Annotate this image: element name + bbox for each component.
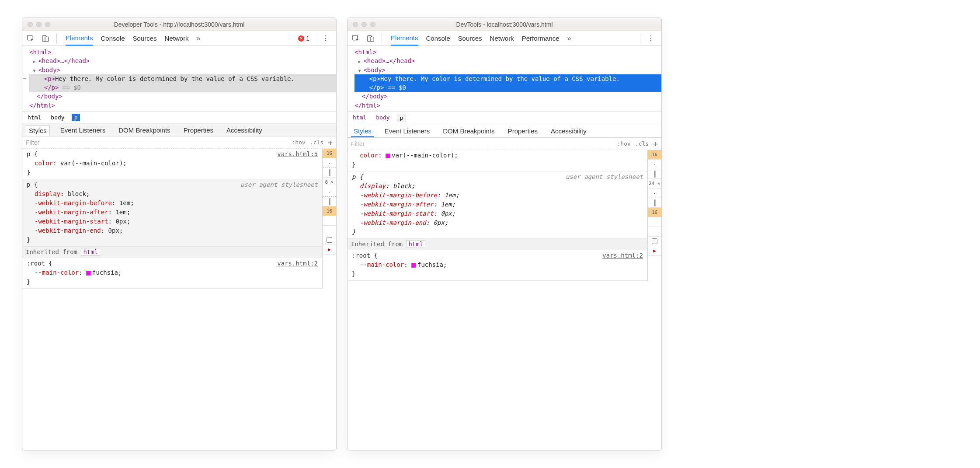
crumb-body[interactable]: body (48, 114, 67, 121)
crumb-html[interactable]: html (350, 114, 369, 122)
selected-node[interactable]: ⋯ <p>Hey there. My color is determined b… (354, 74, 661, 92)
side-val: - (648, 160, 661, 169)
panel-tabs: Elements Console Sources Network » (62, 31, 295, 46)
traffic-lights[interactable] (22, 22, 50, 27)
subtab-accessibility[interactable]: Accessibility (548, 126, 589, 137)
rule-source-link[interactable]: vars.html:2 (602, 251, 643, 260)
tabs-overflow-icon[interactable]: » (567, 35, 571, 42)
tab-console[interactable]: Console (426, 31, 450, 46)
styles-pane: vars.html:5 p { color: var(--main-color)… (22, 149, 336, 289)
css-rule-ua[interactable]: user agent stylesheet p { display: block… (348, 171, 647, 239)
breadcrumb: html body p (22, 112, 336, 123)
side-val: - (323, 158, 336, 168)
device-mode-icon[interactable] (365, 33, 376, 44)
crumb-p[interactable]: p (397, 114, 407, 122)
error-icon: ✕ (298, 35, 304, 42)
expand-icon[interactable]: ▶ (33, 59, 38, 65)
add-rule-button[interactable]: + (328, 138, 333, 147)
subtab-eventlisteners[interactable]: Event Listeners (382, 126, 432, 137)
window-title: DevTools - localhost:3000/vars.html (456, 21, 553, 28)
hov-toggle[interactable]: :hov (617, 140, 631, 147)
crumb-body[interactable]: body (373, 114, 392, 122)
computed-sidebar: 16 - 8 × - 16 ▶ (322, 149, 336, 289)
subtab-properties[interactable]: Properties (181, 125, 216, 136)
drawer-expand-icon[interactable]: ▶ (648, 246, 661, 256)
crumb-p[interactable]: p (72, 114, 80, 121)
svg-rect-2 (45, 37, 49, 41)
title-bar: DevTools - localhost:3000/vars.html (348, 18, 661, 31)
color-swatch-icon[interactable] (386, 154, 390, 158)
checkbox[interactable] (327, 237, 332, 243)
filter-input[interactable]: Filter (26, 139, 292, 146)
side-val: 8 × (323, 178, 336, 187)
subtab-dombreakpoints[interactable]: DOM Breakpoints (116, 125, 173, 136)
add-rule-button[interactable]: + (653, 139, 658, 148)
traffic-lights[interactable] (348, 22, 375, 27)
selected-node[interactable]: ⋯ <p>Hey there. My color is determined b… (29, 74, 336, 92)
tab-sources[interactable]: Sources (133, 31, 157, 46)
kebab-icon[interactable]: ⋮ (646, 34, 656, 42)
css-rule[interactable]: vars.html:5 p { color: var(--main-color)… (22, 149, 322, 179)
css-rule[interactable]: vars.html:2 :root { --main-color: fuchsi… (22, 258, 322, 289)
rule-source-ua: user agent stylesheet (566, 172, 643, 182)
css-rule[interactable]: vars.html:2 :root { --main-color: fuchsi… (348, 250, 647, 281)
devtools-toolbar: Elements Console Sources Network Perform… (348, 31, 661, 46)
rule-source-ua: user agent stylesheet (240, 180, 318, 189)
device-mode-icon[interactable] (40, 33, 51, 44)
devtools-window-b: DevTools - localhost:3000/vars.html Elem… (347, 17, 662, 451)
box-model-icon (654, 200, 655, 206)
tab-elements[interactable]: Elements (391, 31, 418, 46)
tabs-overflow-icon[interactable]: » (197, 35, 201, 42)
rule-source-link[interactable]: vars.html:5 (277, 150, 318, 159)
color-swatch-icon[interactable] (411, 263, 416, 268)
css-rule[interactable]: color: var(--main-color); } (348, 150, 647, 171)
expand-icon[interactable]: ▶ (358, 59, 363, 65)
title-bar: Developer Tools - http://localhost:3000/… (22, 18, 336, 31)
collapse-icon[interactable]: ▼ (33, 68, 38, 74)
box-model-icon (329, 170, 330, 176)
box-model-icon (329, 199, 330, 205)
computed-sidebar: 16 - 24 × - 16 ▶ (647, 150, 661, 281)
dom-tree[interactable]: <html> ▶<head>…</head> ▼<body> ⋯ <p>Hey … (22, 46, 336, 112)
breadcrumb: html body p (348, 112, 661, 124)
tab-console[interactable]: Console (101, 31, 125, 46)
subtab-styles[interactable]: Styles (26, 125, 50, 136)
kebab-icon[interactable]: ⋮ (320, 34, 331, 42)
checkbox[interactable] (652, 238, 657, 244)
dom-tree[interactable]: <html> ▶<head>…</head> ▼<body> ⋯ <p>Hey … (348, 46, 661, 112)
styles-subtabs: Styles Event Listeners DOM Breakpoints P… (22, 123, 336, 136)
subtab-accessibility[interactable]: Accessibility (224, 125, 265, 136)
tab-network[interactable]: Network (490, 31, 514, 46)
tab-sources[interactable]: Sources (458, 31, 482, 46)
filter-input[interactable]: Filter (351, 140, 617, 147)
separator (315, 34, 315, 43)
subtab-properties[interactable]: Properties (505, 126, 540, 137)
drawer-expand-icon[interactable]: ▶ (323, 245, 336, 255)
subtab-eventlisteners[interactable]: Event Listeners (58, 125, 108, 136)
separator (56, 34, 57, 43)
error-badge[interactable]: ✕ 1 (298, 35, 309, 42)
css-rule-ua[interactable]: user agent stylesheet p { display: block… (22, 179, 322, 247)
styles-subtabs: Styles Event Listeners DOM Breakpoints P… (348, 124, 661, 138)
tab-performance[interactable]: Performance (522, 31, 560, 46)
inspect-icon[interactable] (350, 33, 361, 44)
hov-toggle[interactable]: :hov (292, 139, 306, 146)
crumb-html[interactable]: html (25, 114, 44, 121)
collapse-icon[interactable]: ▼ (358, 68, 363, 74)
cls-toggle[interactable]: .cls (310, 139, 323, 146)
styles-pane: color: var(--main-color); } user agent s… (348, 150, 661, 281)
inherited-from-el[interactable]: html (81, 248, 100, 256)
side-val: 16 (323, 149, 336, 158)
cls-toggle[interactable]: .cls (635, 140, 649, 147)
window-title: Developer Tools - http://localhost:3000/… (114, 21, 245, 28)
rule-source-link[interactable]: vars.html:2 (277, 259, 318, 268)
devtools-toolbar: Elements Console Sources Network » ✕ 1 ⋮ (22, 31, 336, 46)
inspect-icon[interactable] (25, 33, 36, 44)
subtab-styles[interactable]: Styles (351, 126, 374, 137)
subtab-dombreakpoints[interactable]: DOM Breakpoints (440, 126, 497, 137)
tab-network[interactable]: Network (165, 31, 189, 46)
side-val: 16 (323, 206, 336, 216)
color-swatch-icon[interactable] (86, 271, 91, 276)
tab-elements[interactable]: Elements (66, 31, 93, 46)
inherited-from-el[interactable]: html (406, 240, 425, 248)
